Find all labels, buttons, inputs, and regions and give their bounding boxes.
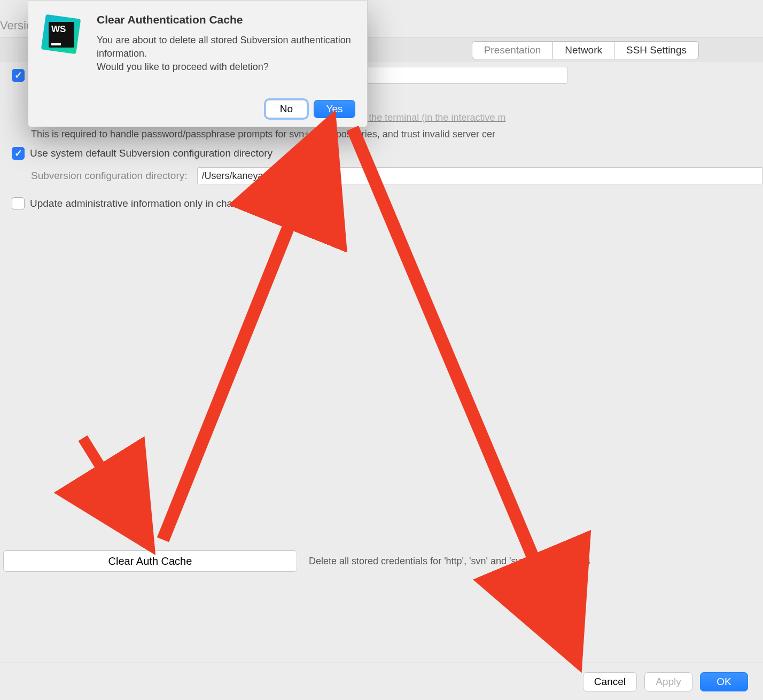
tab-presentation[interactable]: Presentation [472, 41, 554, 59]
apply-button[interactable]: Apply [644, 672, 692, 691]
label-update-admin: Update administrative information only i… [30, 198, 297, 209]
cancel-button[interactable]: Cancel [583, 672, 637, 691]
dialog-footer: Cancel Apply OK [0, 663, 763, 700]
checkbox-use-cli[interactable] [12, 69, 25, 82]
help-interactive-2: This is required to handle password/pass… [31, 129, 495, 139]
arrow-to-clear-button [83, 438, 144, 537]
checkbox-update-admin[interactable] [12, 197, 25, 210]
ok-button[interactable]: OK [700, 672, 748, 691]
app-icon: WS [40, 13, 85, 117]
confirm-dialog: WS Clear Authentication Cache You are ab… [28, 0, 368, 127]
dialog-no-button[interactable]: No [266, 100, 307, 118]
dialog-title: Clear Authentication Cache [97, 13, 352, 26]
clear-auth-cache-button[interactable]: Clear Auth Cache [3, 550, 297, 572]
dialog-line-1: You are about to delete all stored Subve… [97, 34, 352, 60]
clear-auth-desc: Delete all stored credentials for 'http'… [309, 556, 590, 567]
clear-auth-row: Clear Auth Cache Delete all stored crede… [3, 550, 752, 572]
dialog-yes-button[interactable]: Yes [314, 100, 355, 118]
tab-network[interactable]: Network [553, 41, 614, 59]
label-use-default-config: Use system default Subversion configurat… [30, 147, 272, 159]
app-icon-text: WS [51, 24, 66, 35]
tab-group: Presentation Network SSH Settings [472, 41, 699, 59]
webstorm-icon: WS [40, 13, 82, 55]
label-config-dir: Subversion configuration directory: [31, 170, 188, 182]
checkbox-use-default-config[interactable] [12, 147, 25, 160]
input-config-dir[interactable] [197, 167, 763, 184]
tab-ssh-settings[interactable]: SSH Settings [614, 41, 699, 59]
dialog-line-2: Would you like to proceed with deletion? [97, 60, 352, 74]
